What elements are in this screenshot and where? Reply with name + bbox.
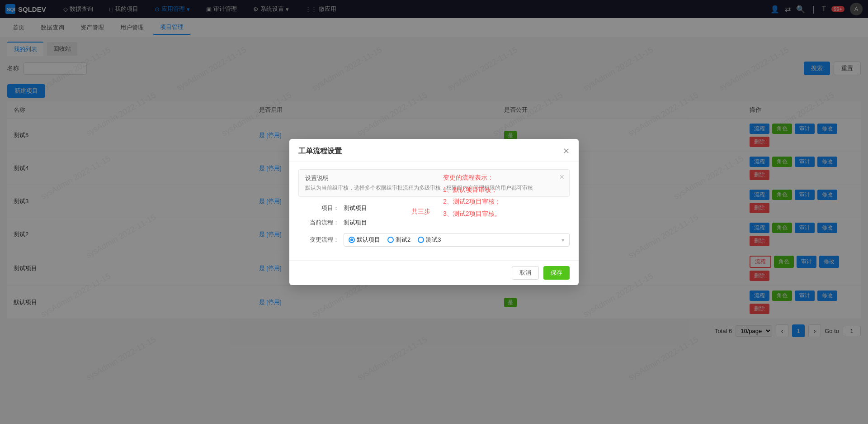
modal-body: 设置说明 默认为当前组审核，选择多个权限组审批流程为多级审核，权限组内有管理权限… (289, 162, 579, 260)
radio-label-test3: 测试3 (426, 236, 441, 244)
modal-title: 工单流程设置 (298, 147, 342, 156)
notice-text: 默认为当前组审核，选择多个权限组审批流程为多级审核，权限组内有管理权限的用户都可… (305, 184, 563, 192)
change-flow-label: 变更流程： (298, 236, 339, 244)
radio-dot-test3 (418, 237, 424, 243)
modal-close-button[interactable]: ✕ (563, 146, 570, 156)
workflow-modal: 工单流程设置 ✕ 设置说明 默认为当前组审核，选择多个权限组审批流程为多级审核，… (289, 139, 579, 285)
select-dropdown-icon: ▾ (561, 237, 565, 243)
form-row-current-flow: 当前流程： 测试项目 (298, 219, 570, 227)
save-button[interactable]: 保存 (543, 266, 570, 280)
radio-group: 默认项目 测试2 测试3 (349, 236, 441, 244)
project-value: 测试项目 (344, 204, 367, 212)
annotation-steps: 共三步 (411, 208, 430, 216)
annotation-text: 变更的流程表示： 1、默认项目审核； 2、测试2项目审核； 3、测试2项目审核。 (443, 172, 501, 219)
notice-box: 设置说明 默认为当前组审核，选择多个权限组审批流程为多级审核，权限组内有管理权限… (298, 169, 570, 197)
modal-overlay: 工单流程设置 ✕ 设置说明 默认为当前组审核，选择多个权限组审批流程为多级审核，… (0, 0, 868, 424)
annotation-line-3: 3、测试2项目审核。 (443, 208, 501, 220)
radio-test2[interactable]: 测试2 (387, 236, 410, 244)
annotation-line-1: 1、默认项目审核； (443, 184, 501, 196)
radio-dot-default (349, 237, 355, 243)
radio-default[interactable]: 默认项目 (349, 236, 380, 244)
change-flow-select[interactable]: 默认项目 测试2 测试3 ▾ (344, 233, 570, 247)
radio-label-default: 默认项目 (357, 236, 380, 244)
annotation-title: 变更的流程表示： (443, 172, 501, 184)
project-label: 项目： (298, 204, 339, 212)
notice-title: 设置说明 (305, 174, 563, 182)
modal-footer: 取消 保存 (289, 260, 579, 285)
cancel-button[interactable]: 取消 (512, 266, 539, 280)
form-row-project: 项目： 测试项目 (298, 204, 570, 212)
radio-dot-test2 (387, 237, 394, 243)
radio-test3[interactable]: 测试3 (418, 236, 441, 244)
notice-close-button[interactable]: ✕ (559, 173, 565, 181)
form-row-change-flow: 变更流程： 默认项目 测试2 测试3 (298, 233, 570, 247)
current-flow-label: 当前流程： (298, 219, 339, 227)
radio-label-test2: 测试2 (396, 236, 410, 244)
modal-header: 工单流程设置 ✕ (289, 139, 579, 162)
annotation-line-2: 2、测试2项目审核； (443, 195, 501, 208)
current-flow-value: 测试项目 (344, 219, 367, 227)
